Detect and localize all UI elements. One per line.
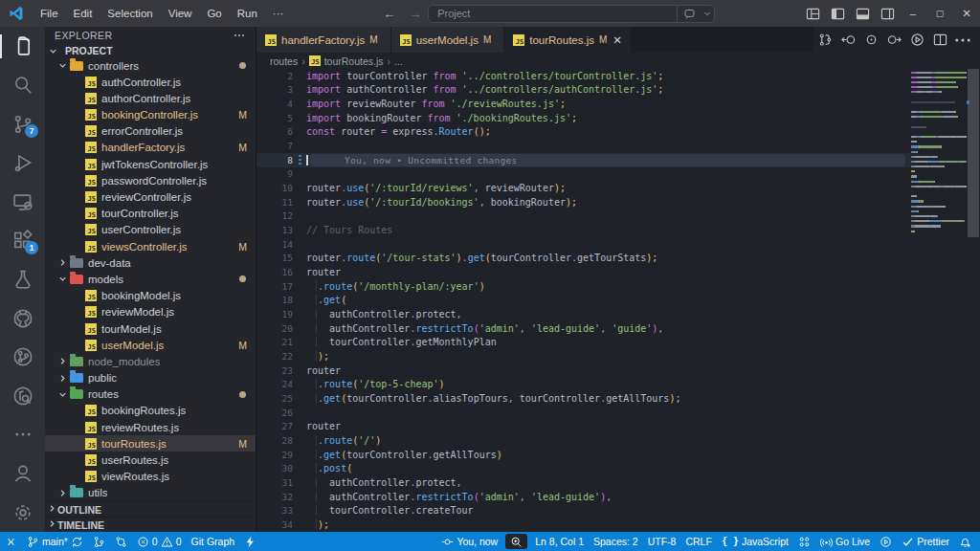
tree-item-jwtTokensController-js[interactable]: JSjwtTokensController.js <box>45 156 256 172</box>
code-line-14[interactable]: 14 <box>256 237 911 252</box>
tree-item-models[interactable]: models <box>45 271 256 287</box>
code-line-20[interactable]: 20 authController.restrictTo('admin', 'l… <box>256 321 911 336</box>
tree-item-viewRoutes-js[interactable]: JSviewRoutes.js <box>45 469 256 485</box>
tree-item-public[interactable]: public <box>45 370 256 386</box>
status-problems[interactable]: 00 <box>132 532 187 551</box>
status-git-graph[interactable]: Git Graph <box>187 532 240 551</box>
customize-layout-icon[interactable] <box>800 0 825 27</box>
tree-item-dev-data[interactable]: dev-data <box>45 254 256 271</box>
status-indentation[interactable]: Spaces: 2 <box>589 532 643 551</box>
code-line-5[interactable]: 5 import bookingRouter from './bookingRo… <box>256 111 911 125</box>
section-outline[interactable]: OUTLINE <box>45 501 256 517</box>
status-grid-extension[interactable] <box>793 532 815 551</box>
tree-item-utils[interactable]: utils <box>45 485 256 501</box>
toggle-secondary-sidebar-icon[interactable] <box>875 0 900 27</box>
code-line-8[interactable]: 8 You, now • Uncommitted changes <box>256 153 911 167</box>
code-line-9[interactable]: 9 <box>256 167 911 182</box>
run-circle-icon[interactable] <box>905 29 928 52</box>
breadcrumb-symbol[interactable]: ... <box>394 55 403 67</box>
close-button[interactable]: ✕ <box>953 0 980 27</box>
code-line-32[interactable]: 32 authController.restrictTo('admin', 'l… <box>256 490 911 504</box>
close-tab-icon[interactable]: ✕ <box>612 33 622 47</box>
code-line-6[interactable]: 6 const router = express.Router(); <box>256 125 911 140</box>
menu-run[interactable]: Run <box>230 8 265 19</box>
tree-item-authController-js[interactable]: JSauthController.js <box>45 74 256 90</box>
section-timeline[interactable]: TIMELINE <box>45 517 256 532</box>
code-line-13[interactable]: 13 // Tours Routes <box>256 223 911 237</box>
menu-more[interactable]: ··· <box>265 8 292 19</box>
tree-item-controllers[interactable]: controllers <box>45 57 256 74</box>
status-gitlens-zap[interactable] <box>239 532 261 551</box>
status-language-mode[interactable]: { }JavaScript <box>717 532 793 551</box>
code-line-16[interactable]: 16 router <box>256 265 911 279</box>
tree-item-authorController-js[interactable]: JSauthorController.js <box>45 90 256 106</box>
minimize-button[interactable]: – <box>900 0 926 27</box>
menu-file[interactable]: File <box>33 8 66 19</box>
status-eol[interactable]: CRLF <box>680 532 716 551</box>
code-line-21[interactable]: 21 tourController.getMonthlyPlan <box>256 335 911 349</box>
code-line-23[interactable]: 23 router <box>256 364 911 378</box>
copilot-chat-icon[interactable] <box>678 8 701 20</box>
code-line-30[interactable]: 30 .post( <box>256 461 911 475</box>
tree-item-bookingModel-js[interactable]: JSbookingModel.js <box>45 288 256 304</box>
activity-accounts[interactable] <box>0 454 45 494</box>
menu-go[interactable]: Go <box>199 8 229 19</box>
tree-item-bookingRoutes-js[interactable]: JSbookingRoutes.js <box>45 403 256 419</box>
tree-item-errorController-js[interactable]: JSerrorController.js <box>45 123 256 140</box>
toggle-panel-icon[interactable] <box>850 0 875 27</box>
tree-item-tourModel-js[interactable]: JStourModel.js <box>45 320 256 337</box>
status-git-branch[interactable]: main* <box>22 532 88 551</box>
code-area[interactable]: 2 import tourController from '../control… <box>256 69 911 532</box>
code-line-33[interactable]: 33 tourController.createTour <box>256 503 911 518</box>
chevron-down-icon[interactable] <box>55 274 70 284</box>
code-line-12[interactable]: 12 <box>256 209 911 224</box>
code-line-29[interactable]: 29 .get(tourController.getAllTours) <box>256 448 911 462</box>
code-line-31[interactable]: 31 authController.protect, <box>256 475 911 490</box>
menu-edit[interactable]: Edit <box>66 8 100 19</box>
code-line-22[interactable]: 22 ); <box>256 349 911 364</box>
status-gitlens-blame[interactable]: You, now <box>436 532 502 551</box>
code-line-19[interactable]: 19 authController.protect, <box>256 307 911 321</box>
tree-item-tourController-js[interactable]: JStourController.js <box>45 206 256 222</box>
tree-item-tourRoutes-js[interactable]: JStourRoutes.jsM <box>45 435 256 452</box>
tree-item-userRoutes-js[interactable]: JSuserRoutes.js <box>45 452 256 468</box>
chevron-right-icon[interactable] <box>55 488 70 498</box>
activity-explorer[interactable] <box>0 27 45 66</box>
activity-remote-explorer[interactable] <box>0 182 45 221</box>
activity-more[interactable] <box>0 415 45 454</box>
tree-item-reviewController-js[interactable]: JSreviewController.js <box>45 188 256 205</box>
activity-run-debug[interactable] <box>0 143 45 183</box>
activity-git-history[interactable] <box>0 376 45 415</box>
activity-gitlens[interactable] <box>0 338 45 377</box>
tab-tourRoutes-js[interactable]: JS tourRoutes.js M ✕ <box>504 27 631 53</box>
code-line-15[interactable]: 15 router.route('/tour-stats').get(tourC… <box>256 252 911 266</box>
activity-settings[interactable] <box>0 493 45 532</box>
code-line-11[interactable]: 11 router.use('/:tourId/bookings', booki… <box>256 195 911 209</box>
chevron-right-icon[interactable] <box>55 257 70 268</box>
project-section-header[interactable]: PROJECT <box>45 45 256 57</box>
command-center-search[interactable]: Project <box>428 5 715 23</box>
status-encoding[interactable]: UTF-8 <box>643 532 681 551</box>
activity-extensions[interactable]: 1 <box>0 221 45 260</box>
tree-item-bookingController-js[interactable]: JSbookingController.jsM <box>45 107 256 123</box>
tree-item-handlerFactory-js[interactable]: JShandlerFactory.jsM <box>45 140 256 156</box>
chevron-down-icon[interactable] <box>55 60 70 71</box>
gitlens-annotate-icon[interactable] <box>813 29 836 52</box>
code-line-24[interactable]: 24 .route('/top-5-cheap') <box>256 377 911 391</box>
status-git-compare[interactable] <box>110 532 132 551</box>
menu-view[interactable]: View <box>161 8 200 19</box>
chevron-down-icon[interactable] <box>701 9 714 18</box>
tree-item-reviewRoutes-js[interactable]: JSreviewRoutes.js <box>45 419 256 435</box>
code-line-34[interactable]: 34 ); <box>256 518 911 532</box>
status-remote-indicator[interactable] <box>0 532 22 551</box>
activity-testing[interactable] <box>0 260 45 299</box>
tree-item-userController-js[interactable]: JSuserController.js <box>45 222 256 238</box>
vertical-scrollbar[interactable] <box>967 69 980 532</box>
activity-github[interactable] <box>0 298 45 338</box>
status-notifications[interactable] <box>954 532 976 551</box>
chevron-down-icon[interactable] <box>55 389 70 400</box>
toggle-sidebar-icon[interactable] <box>825 0 850 27</box>
breadcrumb-file[interactable]: tourRoutes.js <box>324 55 384 67</box>
tree-item-routes[interactable]: routes <box>45 386 256 403</box>
prev-change-icon[interactable] <box>836 29 859 52</box>
